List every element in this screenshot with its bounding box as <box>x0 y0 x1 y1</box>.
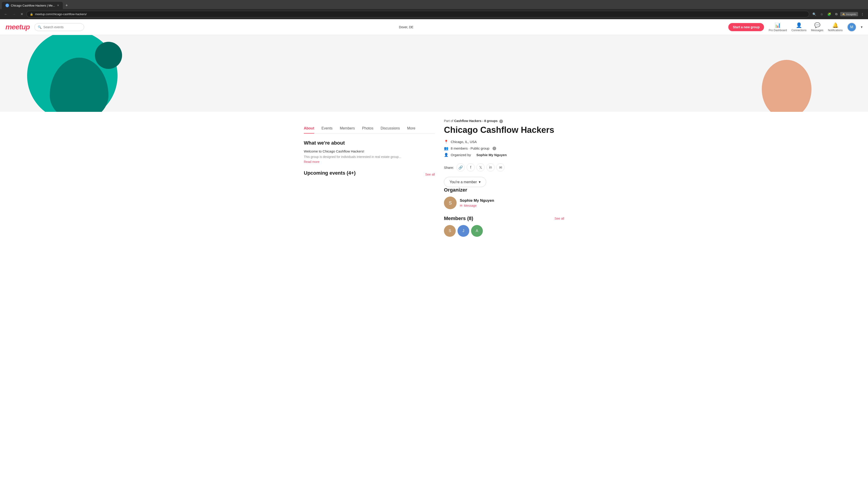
circle-teal-small <box>95 42 122 69</box>
location-meta: 📍 Chicago, IL, USA <box>444 140 564 144</box>
pro-dashboard-label: Pro Dashboard <box>769 29 787 32</box>
about-title: What we're about <box>304 140 435 146</box>
message-icon: ✉ <box>460 204 463 207</box>
member-chevron-icon: ▾ <box>479 180 480 184</box>
search-bar[interactable]: 🔍 <box>34 23 84 31</box>
info-icon[interactable]: i <box>499 120 503 123</box>
tab-more[interactable]: More <box>407 124 415 133</box>
organizer-meta: 👤 Organized by Sophie My Nguyen <box>444 153 564 157</box>
back-button[interactable]: ← <box>3 11 9 17</box>
members-see-all-link[interactable]: See all <box>555 217 564 220</box>
search-page-btn[interactable]: 🔍 <box>811 11 817 17</box>
share-icons: 🔗 f 𝕏 in ✉ <box>457 163 504 171</box>
organizer-info: Sophie My Nguyen ✉ Message <box>460 198 494 207</box>
extensions-btn[interactable]: 🧩 <box>826 11 833 17</box>
share-twitter-btn[interactable]: 𝕏 <box>476 163 485 171</box>
notifications-nav[interactable]: 🔔 Notifications <box>828 22 843 32</box>
search-input[interactable] <box>43 25 75 29</box>
member-avatars-list: S J A <box>444 225 564 237</box>
member-avatar-2[interactable]: J <box>458 225 469 237</box>
share-meetup-btn[interactable]: 🔗 <box>457 163 465 171</box>
user-avatar[interactable]: M <box>847 23 856 32</box>
tab-about[interactable]: About <box>304 124 314 133</box>
events-see-all-link[interactable]: See all <box>425 173 435 176</box>
about-intro: Welcome to Chicago Cashflow Hackers! <box>304 149 435 154</box>
right-column: Part of Cashflow Hackers - 8 groups i Ch… <box>444 119 564 237</box>
messages-nav[interactable]: 💬 Messages <box>811 22 824 32</box>
search-icon: 🔍 <box>38 25 41 29</box>
address-bar[interactable]: 🔒 meetup.com/chicago-cashflow-hackers/ <box>26 11 809 18</box>
location-display: Dover, DE <box>89 25 724 29</box>
upcoming-events-header: Upcoming events (4+) See all <box>304 170 435 179</box>
meetup-logo[interactable]: meetup <box>5 23 30 31</box>
lock-icon: 🔒 <box>30 13 33 16</box>
organizer-section-title: Organizer <box>444 187 564 193</box>
group-banner <box>0 35 868 112</box>
start-new-group-button[interactable]: Start a new group <box>728 23 764 31</box>
incognito-icon: 🕵 <box>842 13 845 15</box>
tab-close-btn[interactable]: ✕ <box>57 4 59 7</box>
group-location: Chicago, IL, USA <box>451 140 477 144</box>
incognito-badge: 🕵 Incognito <box>840 12 858 16</box>
left-column: About Events Members Photos Discussions … <box>304 119 435 237</box>
forward-button[interactable]: → <box>11 11 17 17</box>
organizer-message-btn[interactable]: ✉ Message <box>460 204 494 207</box>
organizer-name-meta[interactable]: Sophie My Nguyen <box>476 153 506 157</box>
members-section-title: Members (8) <box>444 216 473 221</box>
group-tabs: About Events Members Photos Discussions … <box>304 124 435 134</box>
tab-discussions[interactable]: Discussions <box>381 124 400 133</box>
group-network-text: Part of Cashflow Hackers - 8 groups i <box>444 119 564 123</box>
tab-photos[interactable]: Photos <box>362 124 373 133</box>
share-linkedin-btn[interactable]: in <box>487 163 495 171</box>
main-content: About Events Members Photos Discussions … <box>298 112 569 237</box>
organizer-card: S Sophie My Nguyen ✉ Message <box>444 197 564 209</box>
browser-tabs: C Chicago Cashflow Hackers | Me... ✕ + <box>0 0 868 9</box>
pro-dashboard-icon: 📊 <box>775 22 781 28</box>
members-meta: 👥 8 members · Public group i <box>444 146 564 151</box>
pro-dashboard-nav[interactable]: 📊 Pro Dashboard <box>769 22 787 32</box>
organizer-avatar[interactable]: S <box>444 197 457 209</box>
connections-nav[interactable]: 👤 Connections <box>792 22 807 32</box>
browser-nav: ← → ✕ 🔒 meetup.com/chicago-cashflow-hack… <box>0 9 868 19</box>
more-actions-btn[interactable]: ⋮ <box>860 11 865 17</box>
member-avatar-3[interactable]: A <box>471 225 483 237</box>
tab-members[interactable]: Members <box>340 124 355 133</box>
messages-label: Messages <box>811 29 824 32</box>
messages-icon: 💬 <box>814 22 820 28</box>
tab-favicon: C <box>5 4 9 7</box>
message-label: Message <box>464 204 477 207</box>
group-network-name[interactable]: Cashflow Hackers - 8 groups <box>454 119 498 123</box>
reload-button[interactable]: ✕ <box>19 11 25 17</box>
user-menu-chevron[interactable]: ▾ <box>861 25 863 29</box>
browser-chrome: C Chicago Cashflow Hackers | Me... ✕ + ←… <box>0 0 868 19</box>
members-info-icon[interactable]: i <box>493 147 496 150</box>
active-tab[interactable]: C Chicago Cashflow Hackers | Me... ✕ <box>2 2 63 9</box>
connections-icon: 👤 <box>796 22 802 28</box>
header-nav: 📊 Pro Dashboard 👤 Connections 💬 Messages… <box>769 22 863 32</box>
share-facebook-btn[interactable]: f <box>467 163 475 171</box>
incognito-label: Incognito <box>846 13 856 15</box>
share-email-btn[interactable]: ✉ <box>496 163 504 171</box>
member-avatar-1[interactable]: S <box>444 225 456 237</box>
browser-actions: 🔍 ☆ 🧩 ⧉ 🕵 Incognito ⋮ <box>811 11 865 17</box>
share-label: Share: <box>444 166 454 169</box>
organizer-name-display[interactable]: Sophie My Nguyen <box>460 198 494 203</box>
organized-by-label: Organized by <box>451 153 471 157</box>
about-section: What we're about Welcome to Chicago Cash… <box>304 140 435 164</box>
circle-salmon <box>762 60 811 112</box>
new-tab-button[interactable]: + <box>64 2 70 9</box>
member-status-button[interactable]: You're a member ▾ <box>444 177 486 187</box>
about-body: This group is designed for individuals i… <box>304 155 435 159</box>
members-text: 8 members · Public group <box>451 147 489 150</box>
tab-title: Chicago Cashflow Hackers | Me... <box>11 4 55 7</box>
group-title: Chicago Cashflow Hackers <box>444 125 564 135</box>
url-display: meetup.com/chicago-cashflow-hackers/ <box>35 12 87 16</box>
banner-illustration <box>0 35 868 112</box>
share-section: Share: 🔗 f 𝕏 in ✉ <box>444 163 564 171</box>
organizer-section: Organizer S Sophie My Nguyen ✉ Message <box>444 187 564 209</box>
tab-events[interactable]: Events <box>321 124 333 133</box>
read-more-link[interactable]: Read more <box>304 160 319 164</box>
bookmark-btn[interactable]: ☆ <box>819 11 825 17</box>
split-view-btn[interactable]: ⧉ <box>834 11 839 17</box>
group-meta: 📍 Chicago, IL, USA 👥 8 members · Public … <box>444 140 564 157</box>
